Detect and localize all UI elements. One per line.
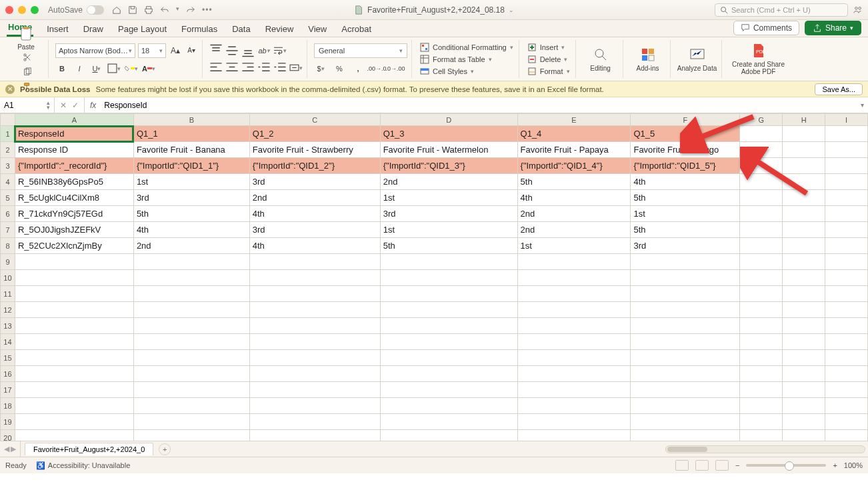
cell[interactable] (740, 254, 783, 270)
cell[interactable] (249, 254, 380, 270)
undo-dropdown[interactable]: ▾ (176, 5, 179, 15)
cell[interactable] (825, 174, 868, 190)
cell[interactable] (517, 334, 631, 350)
row-header[interactable]: 16 (1, 366, 15, 382)
cell[interactable]: 1st (133, 174, 249, 190)
cell[interactable] (380, 366, 517, 382)
row-header[interactable]: 5 (1, 190, 15, 206)
cell[interactable] (783, 254, 825, 270)
cell[interactable]: Favorite Fruit - Mango (631, 142, 740, 158)
cell[interactable] (517, 382, 631, 398)
row-header[interactable]: 4 (1, 174, 15, 190)
cell[interactable]: Favorite Fruit - Strawberry (249, 142, 380, 158)
cell[interactable] (783, 430, 825, 442)
cell[interactable]: 1st (631, 206, 740, 222)
autosave-toggle[interactable]: AutoSave (48, 5, 104, 15)
cell[interactable] (783, 174, 825, 190)
cell[interactable] (249, 270, 380, 286)
tab-page-layout[interactable]: Page Layout (117, 21, 168, 37)
row-header[interactable]: 2 (1, 142, 15, 158)
cell[interactable]: 5th (380, 238, 517, 254)
col-header-F[interactable]: F (631, 114, 740, 126)
align-top-icon[interactable] (209, 44, 223, 57)
cut-icon[interactable] (21, 51, 34, 64)
row-header[interactable]: 19 (1, 414, 15, 430)
cell[interactable] (133, 398, 249, 414)
maximize-window[interactable] (31, 6, 39, 14)
cell[interactable] (133, 286, 249, 302)
cell[interactable] (15, 350, 133, 366)
spreadsheet-grid[interactable]: ABCDEFGHI1ResponseIdQ1_1Q1_2Q1_3Q1_4Q1_5… (0, 113, 868, 441)
cell[interactable] (825, 382, 868, 398)
cell[interactable]: R_71ckdYn9Cj57EGd (15, 206, 133, 222)
cell[interactable] (783, 414, 825, 430)
cell[interactable] (631, 350, 740, 366)
share-button[interactable]: Share ▾ (805, 21, 861, 35)
tab-acrobat[interactable]: Acrobat (340, 21, 373, 37)
cell[interactable] (517, 254, 631, 270)
cell[interactable] (15, 366, 133, 382)
italic-button[interactable]: I (73, 62, 86, 75)
cell[interactable] (249, 398, 380, 414)
addins-button[interactable]: Add-ins (630, 47, 666, 72)
cell[interactable]: 3rd (249, 222, 380, 238)
cell[interactable] (783, 190, 825, 206)
cell[interactable]: Q1_3 (380, 126, 517, 142)
title-dropdown[interactable]: ⌄ (509, 7, 514, 13)
merge-icon[interactable]: ▾ (289, 61, 303, 75)
cell[interactable] (380, 286, 517, 302)
increase-font-icon[interactable]: A▴ (169, 44, 182, 57)
cell[interactable] (133, 414, 249, 430)
name-box[interactable]: A1 ▴▾ (0, 97, 55, 113)
row-header[interactable]: 1 (1, 126, 15, 142)
cell[interactable] (15, 318, 133, 334)
row-header[interactable]: 12 (1, 302, 15, 318)
cell[interactable] (825, 414, 868, 430)
cell[interactable]: ResponseId (15, 126, 133, 142)
cell[interactable]: {"ImportId":"QID1_5"} (631, 158, 740, 174)
cell[interactable] (783, 302, 825, 318)
cell[interactable] (631, 334, 740, 350)
cell[interactable]: 2nd (133, 238, 249, 254)
cell[interactable]: 5th (517, 174, 631, 190)
tab-draw[interactable]: Draw (82, 21, 105, 37)
cell[interactable] (380, 318, 517, 334)
cell[interactable]: 4th (249, 206, 380, 222)
cell[interactable] (825, 206, 868, 222)
cell[interactable] (740, 126, 783, 142)
cell[interactable] (133, 270, 249, 286)
accounting-icon[interactable]: $▾ (314, 62, 327, 75)
cell[interactable] (740, 398, 783, 414)
page-layout-view-button[interactable] (695, 460, 709, 471)
cancel-formula-icon[interactable]: ✕ (60, 101, 67, 110)
cell[interactable] (825, 334, 868, 350)
cell[interactable] (15, 398, 133, 414)
cell[interactable]: 3rd (249, 174, 380, 190)
cell[interactable]: 4th (249, 238, 380, 254)
cell[interactable]: Favorite Fruit - Watermelon (380, 142, 517, 158)
page-break-view-button[interactable] (715, 460, 729, 471)
cell[interactable] (825, 302, 868, 318)
cell[interactable]: Q1_1 (133, 126, 249, 142)
cell[interactable] (740, 142, 783, 158)
zoom-slider[interactable] (746, 464, 826, 467)
normal-view-button[interactable] (675, 460, 689, 471)
cell[interactable] (740, 366, 783, 382)
cell[interactable] (740, 430, 783, 442)
cell[interactable] (740, 174, 783, 190)
cell[interactable] (783, 398, 825, 414)
accept-formula-icon[interactable]: ✓ (72, 101, 79, 110)
cell[interactable] (631, 302, 740, 318)
row-header[interactable]: 17 (1, 382, 15, 398)
cell[interactable] (249, 334, 380, 350)
cell[interactable] (133, 334, 249, 350)
cell[interactable] (133, 366, 249, 382)
close-window[interactable] (5, 6, 13, 14)
cell[interactable]: R_5OJ0JigshJZEFkV (15, 222, 133, 238)
cell[interactable] (783, 270, 825, 286)
row-header[interactable]: 11 (1, 286, 15, 302)
cell[interactable] (783, 350, 825, 366)
cell[interactable] (249, 350, 380, 366)
cell[interactable] (825, 366, 868, 382)
autosave-switch[interactable] (87, 5, 104, 15)
